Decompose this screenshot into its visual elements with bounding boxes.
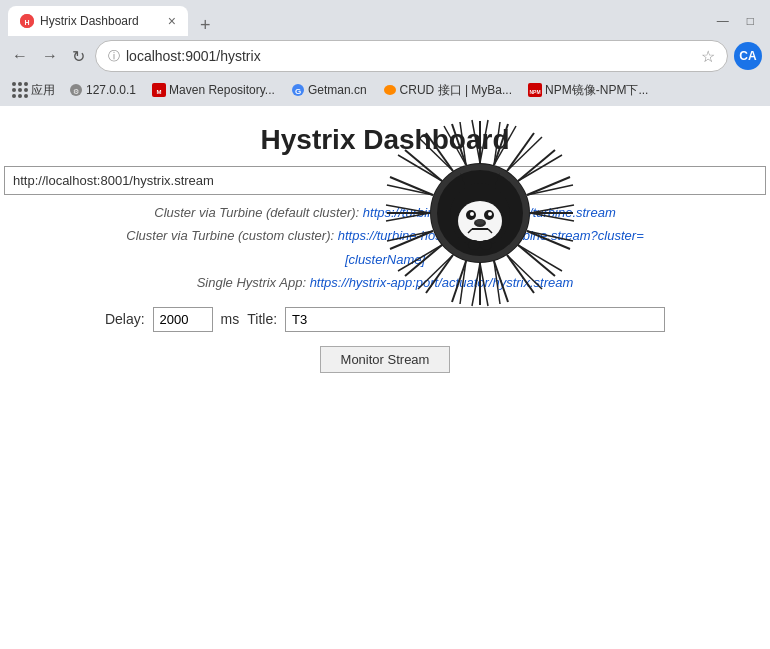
npm-icon: NPM xyxy=(528,83,542,97)
svg-line-27 xyxy=(398,155,442,181)
bookmark-maven[interactable]: M Maven Repository... xyxy=(146,81,281,99)
help-cluster-custom-label: Cluster via Turbine (custom cluster): xyxy=(126,228,334,243)
apps-grid-icon xyxy=(12,82,28,98)
svg-line-52 xyxy=(452,261,466,302)
svg-line-25 xyxy=(518,155,562,181)
svg-point-8 xyxy=(384,85,396,95)
svg-point-73 xyxy=(480,240,492,250)
svg-point-66 xyxy=(488,212,492,216)
svg-line-38 xyxy=(527,231,570,249)
svg-line-33 xyxy=(530,213,574,221)
bookmark-crud[interactable]: CRUD 接口 | MyBa... xyxy=(377,80,518,101)
svg-text:M: M xyxy=(157,89,162,95)
bookmark-127-label: 127.0.0.1 xyxy=(86,83,136,97)
apps-button[interactable]: 应用 xyxy=(8,80,59,101)
title-label: Title: xyxy=(247,311,277,327)
svg-line-43 xyxy=(518,245,562,271)
bookmark-crud-label: CRUD 接口 | MyBa... xyxy=(400,82,512,99)
gear-icon: ⚙ xyxy=(69,83,83,97)
minimize-button[interactable]: — xyxy=(709,12,737,30)
svg-line-36 xyxy=(386,213,430,221)
svg-line-12 xyxy=(480,120,488,163)
svg-line-31 xyxy=(387,185,433,195)
svg-line-37 xyxy=(386,205,430,213)
svg-line-22 xyxy=(426,133,453,171)
svg-line-55 xyxy=(480,263,488,306)
svg-text:G: G xyxy=(295,87,301,96)
maven-icon: M xyxy=(152,83,166,97)
window-controls: — □ xyxy=(709,12,762,30)
svg-line-48 xyxy=(426,255,453,293)
address-bar[interactable]: ⓘ localhost:9001/hystrix ☆ xyxy=(95,40,728,72)
svg-line-56 xyxy=(472,263,480,306)
svg-point-68 xyxy=(476,220,484,225)
hystrix-logo xyxy=(385,116,575,311)
page-content: Hystrix Dashboard Cluster via Turbine (d… xyxy=(0,106,770,649)
new-tab-button[interactable]: + xyxy=(192,15,219,36)
svg-text:NPM: NPM xyxy=(529,89,540,95)
address-text: localhost:9001/hystrix xyxy=(126,48,695,64)
getman-icon: G xyxy=(291,83,305,97)
bookmark-maven-label: Maven Repository... xyxy=(169,83,275,97)
delay-input[interactable] xyxy=(153,307,213,332)
profile-avatar[interactable]: CA xyxy=(734,42,762,70)
svg-point-65 xyxy=(470,212,474,216)
delay-unit: ms xyxy=(221,311,240,327)
delay-label: Delay: xyxy=(105,311,145,327)
bookmark-getman[interactable]: G Getman.cn xyxy=(285,81,373,99)
close-tab-button[interactable]: × xyxy=(168,14,176,28)
svg-text:⚙: ⚙ xyxy=(73,88,79,95)
tab-favicon: H xyxy=(20,14,34,28)
apps-label: 应用 xyxy=(31,82,55,99)
lock-icon: ⓘ xyxy=(108,48,120,65)
browser-tab[interactable]: H Hystrix Dashboard × xyxy=(8,6,188,36)
help-single-label: Single Hystrix App: xyxy=(197,275,306,290)
help-cluster-default-label: Cluster via Turbine (default cluster): xyxy=(154,205,359,220)
back-button[interactable]: ← xyxy=(8,43,32,69)
svg-line-20 xyxy=(507,133,534,171)
svg-line-40 xyxy=(390,231,433,249)
svg-line-13 xyxy=(472,120,480,163)
bookmark-npm-label: NPM镜像-NPM下... xyxy=(545,82,648,99)
refresh-button[interactable]: ↻ xyxy=(68,43,89,70)
svg-line-50 xyxy=(494,261,508,302)
svg-line-41 xyxy=(387,231,433,241)
bookmark-127[interactable]: ⚙ 127.0.0.1 xyxy=(63,81,142,99)
crud-icon xyxy=(383,83,397,97)
svg-line-45 xyxy=(398,245,442,271)
maximize-button[interactable]: □ xyxy=(739,12,762,30)
monitor-btn-row: Monitor Stream xyxy=(320,346,451,373)
svg-line-29 xyxy=(527,185,573,195)
svg-line-28 xyxy=(527,177,570,195)
svg-line-30 xyxy=(390,177,433,195)
bookmark-getman-label: Getman.cn xyxy=(308,83,367,97)
bookmarks-bar: 应用 ⚙ 127.0.0.1 M Maven Repository... G G… xyxy=(0,76,770,106)
svg-line-34 xyxy=(530,205,574,213)
forward-button[interactable]: → xyxy=(38,43,62,69)
svg-point-72 xyxy=(468,240,480,250)
svg-line-46 xyxy=(507,255,534,293)
bookmark-npm[interactable]: NPM NPM镜像-NPM下... xyxy=(522,80,654,101)
monitor-stream-button[interactable]: Monitor Stream xyxy=(320,346,451,373)
tab-title: Hystrix Dashboard xyxy=(40,14,162,28)
svg-line-39 xyxy=(527,231,573,241)
svg-text:H: H xyxy=(24,19,29,26)
bookmark-star-icon[interactable]: ☆ xyxy=(701,47,715,66)
